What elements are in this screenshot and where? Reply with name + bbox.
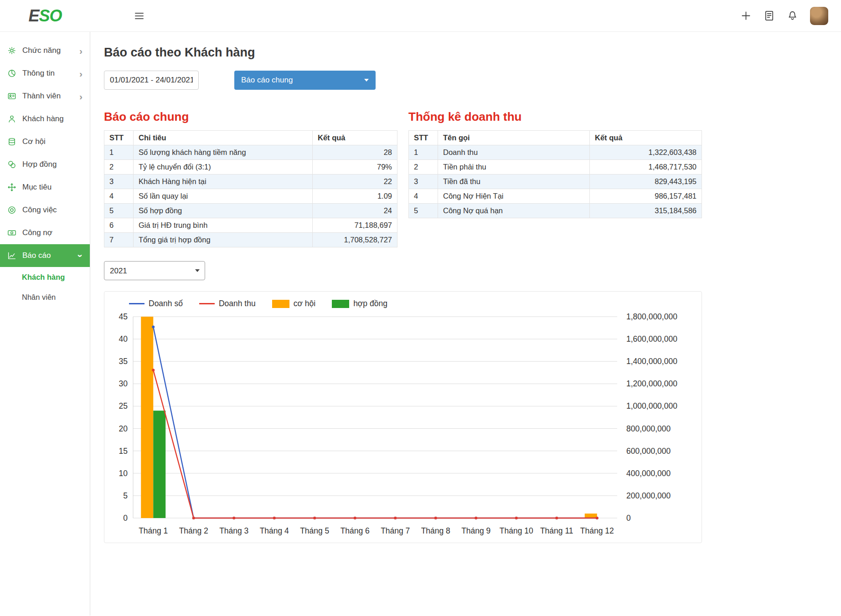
- document-icon[interactable]: [764, 10, 775, 21]
- table-cell: Khách Hàng hiện tại: [134, 175, 313, 189]
- sidebar-item-bao-cao[interactable]: Báo cáo ›: [0, 244, 90, 267]
- sidebar-item-label: Công nợ: [22, 228, 52, 237]
- legend-label: Doanh số: [149, 299, 183, 308]
- svg-text:10: 10: [119, 469, 128, 478]
- chevron-down-icon: [364, 79, 369, 82]
- table-cell: 1,322,603,438: [590, 145, 702, 160]
- report-type-label: Báo cáo chung: [241, 76, 293, 85]
- logo-text: ESO: [28, 6, 62, 26]
- table-cell: 3: [104, 175, 134, 189]
- table-cell: 79%: [313, 160, 397, 175]
- table-row: 2Tiền phải thu1,468,717,530: [409, 160, 702, 175]
- svg-text:1,600,000,000: 1,600,000,000: [626, 334, 677, 344]
- menu-toggle-icon[interactable]: [132, 8, 146, 24]
- chevron-right-icon: ›: [79, 46, 83, 56]
- year-select[interactable]: 2021: [104, 261, 205, 280]
- legend-item[interactable]: cơ hội: [272, 299, 315, 308]
- legend-item[interactable]: Doanh số: [129, 299, 183, 308]
- main-content: Báo cáo theo Khách hàng Báo cáo chung Bá…: [90, 32, 841, 616]
- table-cell: 4: [409, 189, 438, 204]
- legend-label: cơ hội: [294, 299, 315, 308]
- table-cell: 6: [104, 218, 134, 233]
- table-cell: 5: [104, 204, 134, 218]
- svg-text:1,400,000,000: 1,400,000,000: [626, 357, 677, 366]
- bell-icon[interactable]: [787, 10, 798, 21]
- sidebar-item-thanh-vien[interactable]: Thành viên ›: [0, 85, 90, 108]
- sidebar-item-muc-tieu[interactable]: Mục tiêu: [0, 176, 90, 199]
- legend-item[interactable]: hợp đồng: [332, 299, 387, 308]
- table-row: 5Công Nợ quá hạn315,184,586: [409, 204, 702, 218]
- table-cell: Tỷ lệ chuyển đổi (3:1): [134, 160, 313, 175]
- svg-text:15: 15: [119, 447, 128, 456]
- sidebar-item-hop-dong[interactable]: Hợp đồng: [0, 153, 90, 176]
- bullseye-icon: [7, 205, 16, 215]
- table-cell: 3: [409, 175, 438, 189]
- general-report-title: Báo cáo chung: [104, 110, 397, 124]
- table-cell: Số lần quay lại: [134, 189, 313, 204]
- table-row: 4Công Nợ Hiện Tại986,157,481: [409, 189, 702, 204]
- svg-text:0: 0: [123, 513, 128, 523]
- sidebar-subitem-nhan-vien-report[interactable]: Nhân viên: [0, 287, 90, 307]
- svg-text:800,000,000: 800,000,000: [626, 424, 671, 433]
- sidebar-nav: Chức năng › Thông tin › Thành viên › Khá…: [0, 39, 90, 307]
- sidebar-item-co-hoi[interactable]: Cơ hội: [0, 130, 90, 153]
- table-cell: 986,157,481: [590, 189, 702, 204]
- chevron-right-icon: ›: [79, 92, 83, 101]
- svg-text:5: 5: [123, 491, 128, 500]
- action-icons: [740, 10, 798, 21]
- logo[interactable]: ESO: [0, 6, 90, 26]
- sidebar-item-label: Hợp đồng: [22, 160, 57, 169]
- svg-text:Tháng 12: Tháng 12: [580, 526, 614, 535]
- table-cell: 1.09: [313, 189, 397, 204]
- table-cell: 1: [104, 145, 134, 160]
- legend-item[interactable]: Doanh thu: [199, 299, 256, 308]
- tables-row: Báo cáo chung STTChỉ tiêuKết quả1Số lượn…: [104, 110, 827, 247]
- report-chart: 005200,000,00010400,000,00015600,000,000…: [107, 309, 699, 541]
- svg-text:Tháng 3: Tháng 3: [219, 526, 248, 535]
- table-cell: Công Nợ quá hạn: [438, 204, 590, 218]
- sidebar-item-cong-no[interactable]: Công nợ: [0, 221, 90, 244]
- svg-text:30: 30: [119, 379, 128, 388]
- general-table-mount: STTChỉ tiêuKết quả1Số lượng khách hàng t…: [104, 130, 397, 247]
- report-type-dropdown[interactable]: Báo cáo chung: [234, 71, 376, 90]
- table-cell: Tiền đã thu: [438, 175, 590, 189]
- table-row: 5Số hợp đồng24: [104, 204, 397, 218]
- table-row: 4Số lần quay lại1.09: [104, 189, 397, 204]
- avatar[interactable]: [810, 7, 828, 25]
- table-cell: 829,443,195: [590, 175, 702, 189]
- chevron-right-icon: ›: [79, 69, 83, 78]
- table-cell: 22: [313, 175, 397, 189]
- sidebar-item-khach-hang[interactable]: Khách hàng: [0, 108, 90, 130]
- sidebar-item-cong-viec[interactable]: Công việc: [0, 199, 90, 221]
- sidebar-item-thong-tin[interactable]: Thông tin ›: [0, 62, 90, 85]
- column-header: Tên gọi: [438, 131, 590, 145]
- table-row: 3Khách Hàng hiện tại22: [104, 175, 397, 189]
- table-cell: Doanh thu: [438, 145, 590, 160]
- pie-icon: [7, 69, 16, 78]
- table-row: 1Doanh thu1,322,603,438: [409, 145, 702, 160]
- svg-text:0: 0: [626, 513, 631, 523]
- date-range-input[interactable]: [104, 71, 199, 90]
- data-table: STTTên gọiKết quả1Doanh thu1,322,603,438…: [408, 130, 702, 218]
- table-cell: Tiền phải thu: [438, 160, 590, 175]
- svg-text:400,000,000: 400,000,000: [626, 469, 671, 478]
- svg-text:25: 25: [119, 401, 128, 411]
- table-cell: Giá trị HĐ trung bình: [134, 218, 313, 233]
- sidebar-item-label: Khách hàng: [22, 114, 64, 123]
- svg-text:600,000,000: 600,000,000: [626, 447, 671, 456]
- sidebar-item-chuc-nang[interactable]: Chức năng ›: [0, 39, 90, 62]
- column-header: STT: [104, 131, 134, 145]
- table-cell: 71,188,697: [313, 218, 397, 233]
- table-row: 7Tổng giá trị hợp đồng1,708,528,727: [104, 233, 397, 247]
- sidebar-item-label: Cơ hội: [22, 137, 46, 146]
- svg-text:40: 40: [119, 334, 128, 344]
- page-title: Báo cáo theo Khách hàng: [104, 46, 827, 60]
- sidebar-subitem-khach-hang-report[interactable]: Khách hàng: [0, 267, 90, 287]
- svg-text:Tháng 8: Tháng 8: [421, 526, 450, 535]
- banknote-icon: [7, 228, 16, 237]
- legend-swatch: [272, 300, 289, 308]
- svg-text:Tháng 10: Tháng 10: [500, 526, 533, 535]
- svg-text:20: 20: [119, 424, 128, 433]
- svg-text:Tháng 2: Tháng 2: [179, 526, 208, 535]
- plus-icon[interactable]: [740, 10, 752, 21]
